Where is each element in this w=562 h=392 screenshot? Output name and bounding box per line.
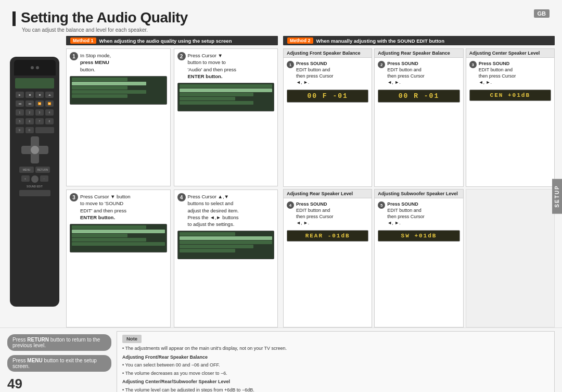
remote-row-7: + - (21, 175, 48, 183)
remote-btn-wide[interactable] (35, 127, 54, 133)
remote-btn-9[interactable]: 1 (16, 109, 24, 116)
method1-header: Method 1 When adjusting the audio qualit… (66, 36, 278, 45)
step-1-num: 1 (70, 52, 78, 60)
note-section-1-b2: • The volume decreases as you move close… (122, 370, 549, 377)
method2-grid: Adjusting Front Speaker Balance 1 Press … (283, 48, 555, 327)
screen-line-7 (180, 88, 273, 92)
remote-btn-5[interactable]: ⏮ (16, 100, 24, 107)
screen-line-19 (180, 245, 254, 248)
cell-empty (466, 189, 555, 327)
right-panel: Method 2 When manually adjusting with th… (283, 36, 555, 327)
cell-1-body: 1 Press SOUND EDIT button and then press… (284, 58, 372, 186)
screen-line-12 (72, 230, 165, 233)
dpad-center[interactable] (31, 146, 39, 154)
remote-btn-3[interactable]: ⏺ (35, 92, 44, 98)
cell-3-step-num: 3 (469, 61, 477, 68)
cell-front-balance: Adjusting Front Speaker Balance 1 Press … (283, 48, 372, 187)
remote-screen (15, 78, 54, 88)
note-section-1-b1: • You can select between 00 and −06 and … (122, 362, 549, 369)
remote-btn-11[interactable]: 3 (35, 109, 44, 116)
screen-line-20 (180, 249, 235, 252)
remote-row-6: MENU RETURN (19, 167, 50, 173)
remote-btn-14[interactable]: 6 (25, 118, 34, 124)
screen-line-10 (180, 101, 254, 105)
remote-btn-16[interactable]: 8 (45, 118, 54, 124)
remote-btn-6[interactable]: ⏭ (25, 100, 34, 107)
remote-row-5: 9 0 (16, 127, 54, 133)
remote-btn-vol-up[interactable]: + (21, 175, 30, 182)
screen-line-9 (180, 97, 235, 100)
note-section-2-title: Adjusting Center/Rear/Subwoofer Speaker … (122, 378, 549, 386)
menu-button-label: Press MENU button to exit the setup scre… (7, 355, 111, 372)
remote-row-4: 5 6 7 8 (16, 118, 54, 124)
remote-wrap: ▶ ⏹ ⏺ ⏏ ⏮ ⏭ ⏪ ⏩ 1 2 3 4 5 (7, 36, 62, 327)
screen-line-16 (180, 232, 235, 236)
cell-3-step-row: 3 Press SOUND EDIT button and then press… (469, 60, 551, 86)
cell-5-step-text: Press SOUND EDIT button and then press C… (387, 201, 425, 226)
remote-row-8 (19, 190, 50, 196)
screen-line-14 (72, 238, 146, 242)
remote-btn-wide2[interactable] (19, 190, 50, 196)
step-4-row: 4 Press Cursor ▲,▼ buttons to select and… (177, 193, 275, 227)
screen-line-15 (72, 242, 165, 246)
step-3-num: 3 (70, 193, 78, 201)
step-3-text: Press Cursor ▼ button to move to 'SOUND … (80, 193, 131, 221)
display-front-balance: 00 F -01 (287, 90, 368, 103)
screen-line-11 (72, 225, 146, 229)
cell-rear-level: Adjusting Rear Speaker Level 4 Press SOU… (283, 189, 372, 327)
remote-btn-12[interactable]: 4 (45, 109, 54, 116)
display-center-level: CEN +01dB (469, 90, 551, 101)
screen-line-2 (72, 82, 146, 85)
cell-center-level: Adjusting Center Speaker Level 3 Press S… (466, 48, 555, 187)
display-rear-balance: 00 R -01 (378, 90, 459, 103)
page-subtitle: You can adjust the balance and level for… (22, 27, 188, 33)
step-4-num: 4 (177, 193, 186, 201)
step-1-box: 1 In Stop mode, press MENU button. (66, 48, 171, 186)
cell-5-header: Adjusting Subwoofer Speaker Level (375, 189, 463, 198)
cell-3-step-text: Press SOUND EDIT button and then press C… (479, 60, 516, 86)
remote-btn-18[interactable]: 0 (25, 127, 34, 133)
step-3-row: 3 Press Cursor ▼ button to move to 'SOUN… (70, 193, 167, 221)
gb-badge: GB (534, 9, 550, 18)
cell-2-step-row: 2 Press SOUND EDIT button and then press… (378, 60, 459, 86)
cell-4-step-num: 4 (287, 201, 294, 209)
method1-badge: Method 1 (70, 37, 96, 44)
step-4-text: Press Cursor ▲,▼ buttons to select and a… (188, 193, 239, 227)
remote-top (14, 60, 56, 75)
step-1-text: In Stop mode, press MENU button. (80, 52, 111, 73)
cell-4-header: Adjusting Rear Speaker Level (284, 189, 372, 198)
cell-3-header: Adjusting Center Speaker Level (466, 49, 554, 58)
remote-btn-7[interactable]: ⏪ (35, 100, 44, 107)
title-area: Setting the Audio Quality You can adjust… (12, 9, 188, 33)
step-2-box: 2 Press Cursor ▼ button to move to 'Audi… (174, 48, 278, 186)
remote-btn-2[interactable]: ⏹ (25, 92, 34, 98)
step-2-num: 2 (177, 52, 186, 60)
remote-btn-10[interactable]: 2 (25, 109, 34, 116)
remote-btn-17[interactable]: 9 (16, 127, 24, 133)
screen-line-8 (180, 93, 254, 96)
screen-line-13 (72, 234, 127, 237)
screen-line-17 (180, 236, 273, 240)
dpad (21, 136, 48, 163)
method2-title: When manually adjusting with the SOUND E… (316, 38, 444, 44)
cell-2-step-num: 2 (378, 61, 385, 68)
remote-btn-15[interactable]: 7 (35, 118, 44, 124)
step-1-screen (70, 76, 167, 105)
remote-btn-13[interactable]: 5 (16, 118, 24, 124)
return-button-label: Press RETURN button to return to the pre… (7, 334, 111, 351)
remote-btn-menu[interactable]: MENU (19, 167, 34, 173)
footer-right: Note • The adjustments will appear on th… (117, 331, 555, 392)
remote-btn-sound[interactable] (31, 175, 39, 183)
remote-btn-8[interactable]: ⏩ (45, 100, 54, 107)
cell-1-step-text: Press SOUND EDIT button and then press C… (296, 60, 334, 86)
remote-btn-return[interactable]: RETURN (35, 167, 50, 173)
remote-btn-1[interactable]: ▶ (16, 92, 24, 98)
remote-btn-vol-dn[interactable]: - (40, 175, 48, 182)
remote-bottom-label: SOUND EDIT (27, 185, 43, 188)
note-section-1-title: Adjusting Front/Rear Speaker Balance (122, 354, 549, 361)
step-3-box: 3 Press Cursor ▼ button to move to 'SOUN… (66, 189, 171, 327)
remote-control: ▶ ⏹ ⏺ ⏏ ⏮ ⏭ ⏪ ⏩ 1 2 3 4 5 (10, 57, 59, 307)
display-sub-level: SW +01dB (378, 230, 459, 242)
remote-btn-4[interactable]: ⏏ (45, 92, 54, 98)
note-section-2-b1: • The volume level can be adjusted in st… (122, 387, 549, 392)
